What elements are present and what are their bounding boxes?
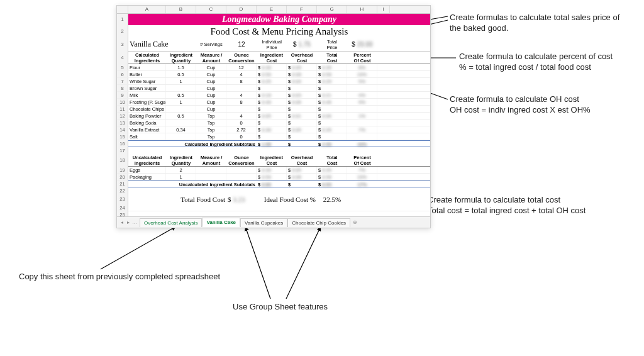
- row-13[interactable]: 13: [117, 120, 128, 126]
- ing-qty[interactable]: 1.5: [166, 64, 196, 70]
- ing-name[interactable]: Flour: [128, 64, 166, 70]
- ing-oz[interactable]: [226, 106, 257, 112]
- row-12[interactable]: 12: [117, 113, 128, 119]
- tot-cost[interactable]: $ 0.35: [317, 64, 347, 70]
- unc-pc[interactable]: 7%: [347, 167, 377, 173]
- ing-measure[interactable]: Cup: [196, 85, 226, 91]
- pct-cost[interactable]: [347, 106, 377, 112]
- row-20[interactable]: 20: [117, 174, 128, 180]
- col-A[interactable]: A: [128, 6, 166, 13]
- unc-qty[interactable]: 1: [166, 174, 196, 180]
- ing-measure[interactable]: Cup: [196, 92, 226, 98]
- unc-name[interactable]: Packaging: [128, 174, 166, 180]
- tot-cost[interactable]: $ 0.35: [317, 126, 347, 133]
- col-H[interactable]: H: [347, 6, 377, 13]
- new-sheet-icon[interactable]: ⊕: [350, 218, 360, 226]
- ing-name[interactable]: Butter: [128, 71, 166, 77]
- row-23[interactable]: 23: [117, 194, 128, 204]
- pct-cost[interactable]: [347, 133, 377, 140]
- unc-oh[interactable]: $ 0.08: [287, 174, 317, 180]
- tot-cost[interactable]: $ 0.58: [317, 71, 347, 77]
- ing-qty[interactable]: [166, 120, 196, 126]
- oh-cost[interactable]: $: [287, 106, 317, 112]
- calc-sub-ic[interactable]: $ 1.98: [257, 141, 287, 147]
- row-5[interactable]: 5: [117, 64, 128, 70]
- ing-oz[interactable]: 8: [226, 99, 257, 105]
- ing-oz[interactable]: 4: [226, 113, 257, 119]
- ing-name[interactable]: White Sugar: [128, 78, 166, 84]
- row-9[interactable]: 9: [117, 92, 128, 98]
- tab-vanilla-cupcakes[interactable]: Vanilla Cupcakes: [240, 218, 287, 227]
- ing-name[interactable]: Chocolate Chips: [128, 106, 166, 112]
- pct-cost[interactable]: 7%: [347, 126, 377, 133]
- ing-measure[interactable]: Tsp: [196, 120, 226, 126]
- col-I[interactable]: I: [377, 6, 390, 13]
- corner[interactable]: [117, 6, 128, 13]
- ing-qty[interactable]: 0.5: [166, 92, 196, 98]
- ing-qty[interactable]: 0.34: [166, 126, 196, 133]
- col-D[interactable]: D: [226, 6, 257, 13]
- ing-oz[interactable]: 4: [226, 71, 257, 77]
- unc-pc[interactable]: 10%: [347, 174, 377, 180]
- tot-cost[interactable]: $: [317, 85, 347, 91]
- ing-measure[interactable]: Tsp: [196, 113, 226, 119]
- tot-cost[interactable]: $: [317, 120, 347, 126]
- pct-cost[interactable]: 5%: [347, 78, 377, 84]
- ing-cost[interactable]: $ 0.40: [257, 99, 287, 105]
- ing-cost[interactable]: $: [257, 120, 287, 126]
- pct-cost[interactable]: [347, 85, 377, 91]
- unc-measure[interactable]: [196, 167, 226, 173]
- ing-name[interactable]: Baking Powder: [128, 113, 166, 119]
- uncalc-sub-tc[interactable]: $ 0.93: [317, 181, 347, 187]
- ing-measure[interactable]: Cup: [196, 71, 226, 77]
- oh-cost[interactable]: $ 0.04: [287, 78, 317, 84]
- pct-cost[interactable]: [347, 120, 377, 126]
- tot-cost[interactable]: $: [317, 133, 347, 140]
- uncalc-sub-ic[interactable]: $ 0.80: [257, 181, 287, 187]
- col-B[interactable]: B: [166, 6, 196, 13]
- ing-measure[interactable]: Cup: [196, 99, 226, 105]
- ing-qty[interactable]: [166, 85, 196, 91]
- pct-cost[interactable]: 1%: [347, 113, 377, 119]
- ing-name[interactable]: Vanilla Extract: [128, 126, 166, 133]
- tot-cost[interactable]: $ 0.06: [317, 113, 347, 119]
- row-11[interactable]: 11: [117, 106, 128, 112]
- ing-cost[interactable]: $: [257, 85, 287, 91]
- tab-vanilla-cake[interactable]: Vanilla Cake: [202, 218, 240, 227]
- row-21[interactable]: 21: [117, 181, 128, 187]
- ing-cost[interactable]: $ 0.18: [257, 92, 287, 98]
- row-22[interactable]: 22: [117, 187, 128, 194]
- ing-cost[interactable]: $ 0.30: [257, 64, 287, 70]
- col-G[interactable]: G: [317, 6, 347, 13]
- uncalc-sub-pc[interactable]: 17%: [347, 181, 377, 187]
- ing-measure[interactable]: Cup: [196, 78, 226, 84]
- unc-oz[interactable]: [226, 167, 257, 173]
- ing-qty[interactable]: 0.5: [166, 71, 196, 77]
- tot-cost[interactable]: $ 0.29: [317, 78, 347, 84]
- oh-cost[interactable]: $ 0.05: [287, 64, 317, 70]
- oh-cost[interactable]: $: [287, 85, 317, 91]
- ing-oz[interactable]: 0: [226, 133, 257, 140]
- row-1[interactable]: 1: [117, 14, 128, 25]
- row-6[interactable]: 6: [117, 71, 128, 77]
- unc-tc[interactable]: $ 0.35: [317, 167, 347, 173]
- tot-cost[interactable]: $ 0.46: [317, 99, 347, 105]
- col-E[interactable]: E: [257, 6, 287, 13]
- ing-name[interactable]: Baking Soda: [128, 120, 166, 126]
- total-price[interactable]: $ 20.00: [347, 41, 377, 48]
- ing-oz[interactable]: 12: [226, 64, 257, 70]
- ing-measure[interactable]: Tsp: [196, 126, 226, 133]
- oh-cost[interactable]: $: [287, 133, 317, 140]
- tab-next-icon[interactable]: ▸: [126, 220, 131, 225]
- row-8[interactable]: 8: [117, 85, 128, 91]
- tab-prev-icon[interactable]: ◂: [119, 220, 125, 225]
- ing-qty[interactable]: [166, 133, 196, 140]
- pct-cost[interactable]: 4%: [347, 92, 377, 98]
- row-18[interactable]: 18: [117, 154, 128, 167]
- servings-value[interactable]: 12: [226, 41, 257, 48]
- oh-cost[interactable]: $ 0.06: [287, 99, 317, 105]
- row-7[interactable]: 7: [117, 78, 128, 84]
- tab-more-icon[interactable]: …: [132, 220, 137, 225]
- ing-measure[interactable]: Tsp: [196, 133, 226, 140]
- ing-cost[interactable]: $: [257, 133, 287, 140]
